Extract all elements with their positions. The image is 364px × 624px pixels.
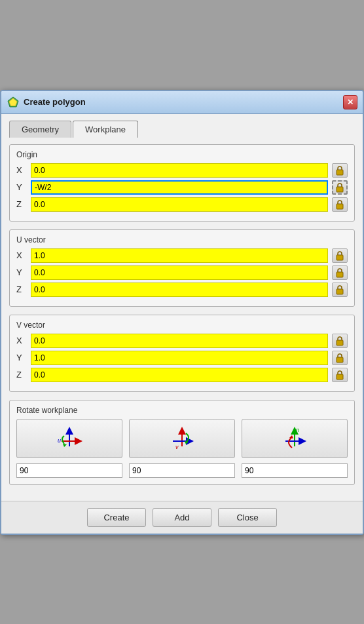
origin-x-label: X (16, 165, 27, 175)
u-z-lock[interactable] (332, 283, 348, 297)
u-x-input[interactable] (31, 248, 328, 263)
svg-rect-8 (337, 340, 343, 345)
app-icon (7, 96, 20, 109)
v-x-lock[interactable] (332, 334, 348, 348)
lock-icon (335, 336, 344, 346)
v-z-input[interactable] (31, 368, 328, 382)
origin-y-input[interactable] (31, 180, 328, 195)
rotate-label: Rotate workplane (16, 406, 348, 415)
svg-rect-4 (337, 204, 343, 209)
v-vector-label: V vector (16, 321, 348, 330)
v-z-lock[interactable] (332, 368, 348, 382)
close-window-button[interactable]: ✕ (343, 95, 357, 109)
rotate-n-button[interactable]: n (242, 419, 348, 458)
rotate-u-icon: u (54, 423, 85, 454)
svg-rect-7 (337, 289, 343, 294)
v-y-input[interactable] (31, 351, 328, 365)
v-vector-section: V vector X Y (9, 315, 355, 392)
svg-rect-2 (337, 170, 343, 175)
tab-bar: Geometry Workplane (9, 121, 355, 138)
u-z-label: Z (16, 284, 27, 294)
rotate-v-icon: v (166, 423, 198, 454)
origin-y-lock[interactable] (332, 180, 348, 195)
lock-icon (335, 284, 344, 295)
v-z-label: Z (16, 370, 27, 380)
svg-rect-10 (337, 374, 343, 380)
svg-marker-21 (289, 435, 293, 439)
u-z-row: Z (16, 283, 348, 297)
lock-icon (335, 199, 344, 210)
lock-icon (335, 182, 344, 193)
origin-z-input[interactable] (31, 197, 328, 212)
add-button[interactable]: Add (153, 508, 211, 527)
svg-text:v: v (175, 444, 179, 450)
origin-y-row: Y (16, 180, 348, 195)
origin-x-input[interactable] (31, 163, 328, 178)
origin-section: Origin X Y (9, 144, 355, 222)
rotate-buttons-row: u (16, 419, 348, 458)
svg-rect-3 (337, 187, 343, 192)
create-button[interactable]: Create (87, 508, 146, 527)
v-x-input[interactable] (31, 334, 328, 348)
v-y-lock[interactable] (332, 351, 348, 365)
lock-icon (335, 250, 344, 261)
rotate-inputs-row (16, 463, 348, 478)
u-z-input[interactable] (31, 283, 328, 297)
lock-icon (335, 267, 344, 278)
u-y-lock[interactable] (332, 265, 348, 280)
origin-z-row: Z (16, 197, 348, 212)
rotate-u-value[interactable] (16, 463, 122, 478)
v-x-row: X (16, 334, 348, 348)
v-z-row: Z (16, 368, 348, 382)
u-x-row: X (16, 248, 348, 263)
footer: Create Add Close (1, 501, 363, 534)
u-vector-label: U vector (16, 235, 348, 244)
u-y-input[interactable] (31, 265, 328, 280)
svg-marker-13 (63, 444, 67, 447)
u-vector-section: U vector X Y (9, 229, 355, 307)
svg-text:n: n (296, 427, 299, 433)
window-title: Create polygon (24, 97, 86, 107)
rotate-v-value[interactable] (129, 463, 235, 478)
lock-icon (335, 165, 344, 176)
rotate-u-button[interactable]: u (16, 419, 122, 458)
rotate-v-button[interactable]: v (129, 419, 235, 458)
origin-x-lock[interactable] (332, 163, 348, 178)
main-window: Create polygon ✕ Geometry Workplane Orig… (0, 90, 364, 535)
origin-x-row: X (16, 163, 348, 178)
svg-rect-5 (337, 255, 343, 260)
u-x-label: X (16, 250, 27, 260)
lock-icon (335, 353, 344, 363)
v-y-row: Y (16, 351, 348, 365)
origin-label: Origin (16, 150, 348, 159)
u-x-lock[interactable] (332, 248, 348, 263)
u-y-label: Y (16, 267, 27, 277)
rotate-n-icon: n (279, 423, 310, 454)
rotate-n-value[interactable] (242, 463, 348, 478)
origin-z-lock[interactable] (332, 197, 348, 212)
tab-workplane[interactable]: Workplane (73, 121, 138, 138)
v-y-label: Y (16, 353, 27, 362)
svg-rect-9 (337, 357, 343, 362)
titlebar: Create polygon ✕ (1, 91, 363, 114)
tab-geometry[interactable]: Geometry (9, 121, 71, 138)
origin-z-label: Z (16, 199, 27, 209)
titlebar-left: Create polygon (7, 96, 86, 109)
origin-y-label: Y (16, 182, 27, 192)
close-button[interactable]: Close (218, 508, 277, 527)
v-x-label: X (16, 336, 27, 345)
lock-icon (335, 370, 344, 380)
rotate-workplane-section: Rotate workplane u (9, 400, 355, 485)
content-area: Geometry Workplane Origin X Y (1, 114, 363, 501)
u-y-row: Y (16, 265, 348, 280)
svg-text:u: u (58, 437, 61, 444)
svg-rect-6 (337, 272, 343, 277)
